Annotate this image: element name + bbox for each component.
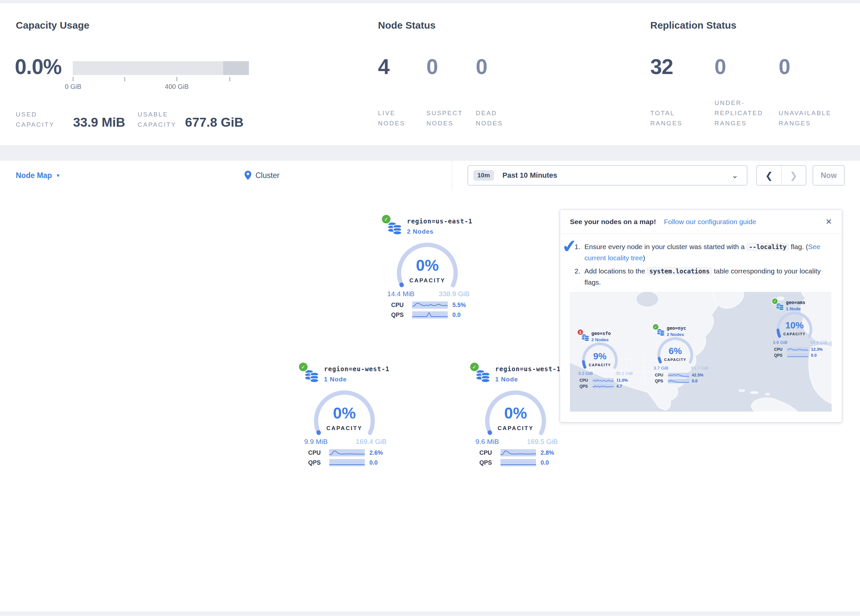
capacity-caption: CAPACITY [483,425,549,432]
locality-nodes-link[interactable]: 2 Nodes [591,337,609,342]
cpu-value: 2.6% [369,450,383,456]
next-range-button[interactable]: ❯ [782,166,806,185]
database-stack-icon [656,328,665,337]
total-capacity: 169.5 GiB [527,438,558,445]
setup-step-2: 2. Add locations to the system.locations… [574,266,828,288]
cluster-summary-bar: Capacity Usage 0.0% 0 GiB 400 GiB USED C… [0,3,860,146]
used-capacity: 14.4 MiB [387,290,414,298]
qps-value: 0.0 [369,459,378,466]
capacity-usage-percent: 0.0% [15,55,61,79]
database-stack-icon [476,368,491,384]
qps-label: QPS [655,379,665,383]
capacity-tick [176,77,177,81]
region-group-eu-west-1[interactable]: ✓ region=eu-west-1 1 Node 0% CAPACITY 9.… [296,360,395,472]
configuration-guide-link[interactable]: Follow our configuration guide [664,218,756,226]
region-nodes-link[interactable]: 2 Nodes [407,228,434,235]
cpu-label: CPU [391,302,408,309]
healthy-check-icon: ✓ [382,215,391,223]
cpu-sparkline [329,449,365,456]
capacity-percent: 0% [394,256,460,274]
database-stack-icon [304,368,319,384]
capacity-percent: 9% [580,351,620,362]
capacity-caption: CAPACITY [656,358,695,362]
view-toolbar: Node Map ▾ Cluster 10m Past 10 Minutes ⌄… [0,160,860,191]
qps-value: 0.0 [541,459,549,466]
capacity-caption: CAPACITY [394,277,460,284]
cpu-value: 5.5% [452,302,466,309]
popup-title: See your nodes on a map! [570,218,656,226]
time-range-badge: 10m [474,170,494,181]
qps-sparkline [412,311,448,318]
cpu-value: 2.8% [541,450,554,456]
capacity-tick [229,77,230,81]
total-capacity: 169.4 GiB [356,438,386,445]
healthy-check-icon: ✓ [470,363,479,371]
caret-down-icon: ▾ [56,172,60,179]
capacity-percent: 6% [656,346,695,356]
completed-check-icon: ✔ [561,235,578,257]
region-group-us-east-1[interactable]: ✓ region=us-east-1 2 Nodes 0% CAPACITY 1… [379,212,478,324]
capacity-caption: CAPACITY [775,332,814,336]
cpu-label: CPU [308,450,325,456]
under-replicated-ranges-label: UNDER-REPLICATED RANGES [714,98,775,129]
region-group-us-west-1[interactable]: ✓ region=us-west-1 1 Node 0% CAPACITY 9.… [468,360,566,472]
total-capacity: 35.1 GiB [615,371,633,376]
step-number: 2. [574,266,584,288]
check-glyph: ✓ [472,364,476,370]
cpu-label: CPU [774,347,785,352]
dead-nodes-label: DEAD NODES [476,108,515,129]
cpu-value: 12.3% [811,347,822,352]
database-stack-icon [776,302,784,311]
database-stack-icon [387,220,402,237]
view-dropdown[interactable]: Node Map ▾ [16,161,59,190]
qps-sparkline [501,459,536,466]
previous-range-button[interactable]: ❮ [757,166,782,185]
qps-label: QPS [391,312,408,318]
time-range-label: Past 10 Minutes [502,171,557,180]
capacity-tick [124,77,125,81]
qps-value: 0.0 [452,312,461,318]
warning-count-badge: 1 [578,329,583,335]
system-locations-code: system.locations [647,267,712,275]
live-nodes-value: 4 [378,55,389,79]
qps-label: QPS [308,459,325,466]
healthy-check-icon: ✓ [772,298,778,304]
usable-capacity-value: 677.8 GiB [185,115,244,130]
check-glyph: ✓ [301,364,305,370]
check-glyph: ✓ [384,216,388,223]
capacity-usage-bar-reserved [223,61,249,75]
used-capacity-label: USED CAPACITY [16,109,69,130]
setup-step-1: 1. Ensure every node in your cluster was… [574,241,828,263]
locality-nodes-link[interactable]: 1 Node [786,306,801,311]
unavailable-ranges-value: 0 [779,55,790,79]
region-nodes-link[interactable]: 1 Node [495,376,518,383]
cpu-value: 11.0% [616,378,628,383]
total-ranges-label: TOTAL RANGES [650,108,693,129]
capacity-tick [73,77,74,81]
view-dropdown-label: Node Map [16,171,52,180]
mini-world-map: 1 geo=sfo 2 Nodes 9% CAPACITY 3.2 GiB 35… [570,292,832,412]
chevron-down-icon: ⌄ [731,174,738,177]
check-glyph: ✓ [654,325,657,329]
map-node-geo-sfo[interactable]: 1 geo=sfo 2 Nodes 9% CAPACITY 3.2 GiB 35… [578,329,637,392]
locality-label: geo=sfo [591,331,611,336]
used-capacity: 3.6 GiB [773,340,788,345]
close-icon[interactable]: ✕ [825,217,832,226]
map-node-geo-ams[interactable]: ✓ geo=ams 1 Node 10% CAPACITY 3.6 GiB 34… [772,298,831,361]
map-node-geo-nyc[interactable]: ✓ geo=nyc 2 Nodes 6% CAPACITY 3.7 GiB 65… [653,324,712,387]
suspect-nodes-label: SUSPECT NODES [426,108,469,129]
region-nodes-link[interactable]: 1 Node [324,376,347,383]
now-button[interactable]: Now [813,165,845,186]
breadcrumb[interactable]: Cluster [244,161,279,190]
locality-nodes-link[interactable]: 2 Nodes [667,332,684,337]
toolbar-divider [452,161,452,190]
cpu-label: CPU [579,378,590,383]
replication-status-title: Replication Status [650,20,736,31]
capacity-tick-label: 400 GiB [165,83,189,91]
healthy-check-icon: ✓ [299,363,308,371]
time-range-dropdown[interactable]: 10m Past 10 Minutes ⌄ [468,165,747,186]
capacity-percent: 0% [311,404,377,422]
capacity-percent: 0% [483,404,549,422]
qps-label: QPS [479,459,496,466]
healthy-check-icon: ✓ [653,324,659,330]
